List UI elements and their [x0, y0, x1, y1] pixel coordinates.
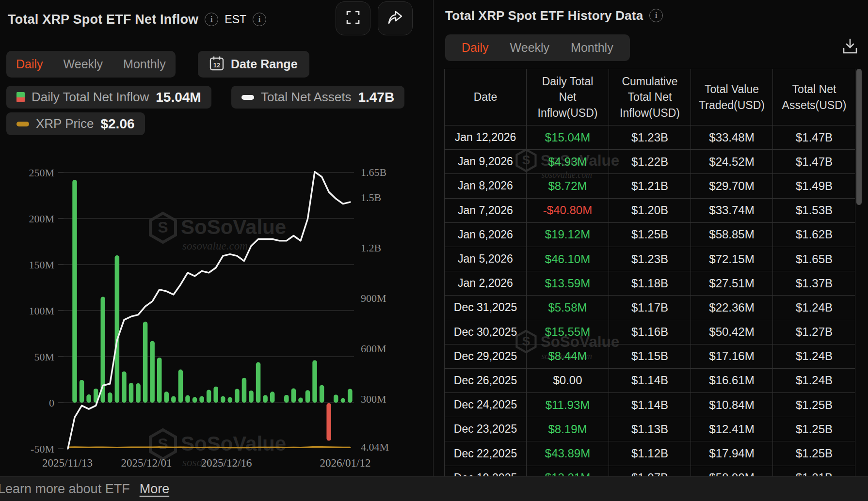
cell-value-traded: $58.85M [691, 223, 773, 247]
cell-daily-inflow: $8.72M [527, 174, 609, 198]
cell-value-traded: $72.15M [691, 247, 773, 271]
cell-daily-inflow: $46.10M [527, 247, 609, 271]
cell-cumulative-inflow: $1.15B [609, 344, 691, 369]
cell-value-traded: $12.41M [691, 417, 773, 441]
panel-divider [433, 0, 434, 476]
cell-net-assets: $1.24B [773, 296, 855, 320]
tab-chart-daily[interactable]: Daily [16, 57, 43, 71]
cell-net-assets: $1.62B [773, 223, 855, 247]
legend-daily-total-net-inflow[interactable]: Daily Total Net Inflow15.04M [6, 86, 211, 109]
cell-cumulative-inflow: $1.13B [609, 417, 691, 441]
legend-xrp-price[interactable]: XRP Price$2.06 [6, 112, 145, 135]
orange-dash-icon [16, 122, 29, 126]
legend-value: 1.47B [358, 90, 394, 105]
cell-date: Jan 7,2026 [445, 199, 527, 223]
tab-history-weekly[interactable]: Weekly [510, 41, 550, 55]
svg-text:sosovalue.com: sosovalue.com [182, 240, 248, 252]
table-row: Jan 9,2026$4.93M$1.22B$24.52M$1.47B [445, 150, 855, 174]
cell-daily-inflow: $13.21M [527, 466, 609, 476]
footer-bar: Learn more about ETF More [0, 476, 868, 501]
svg-text:S: S [158, 219, 168, 236]
cell-cumulative-inflow: $1.14B [609, 393, 691, 417]
svg-text:1.5B: 1.5B [361, 191, 381, 204]
column-header: Daily Total Net Inflow(USD) [527, 69, 609, 125]
cell-daily-inflow: $19.12M [527, 223, 609, 247]
svg-text:150M: 150M [29, 259, 54, 271]
timezone-label: EST [225, 13, 246, 26]
table-header-row: DateDaily Total Net Inflow(USD)Cumulativ… [445, 69, 855, 125]
table-row: Dec 30,2025$15.55M$1.16B$50.42M$1.27B [445, 320, 855, 344]
svg-text:2025/12/01: 2025/12/01 [121, 457, 172, 469]
history-title: Total XRP Spot ETF History Data [445, 8, 643, 23]
cell-date: Dec 23,2025 [445, 417, 527, 441]
cell-date: Jan 12,2026 [445, 125, 527, 150]
column-header: Cumulative Total Net Inflow(USD) [609, 69, 691, 125]
table-row: Jan 5,2026$46.10M$1.23B$72.15M$1.65B [445, 247, 855, 271]
share-button[interactable] [378, 1, 413, 35]
netflow-chart[interactable]: S SoSoValue sosovalue.com S SoSoValue so… [0, 160, 433, 476]
timezone-info-icon[interactable]: i [253, 13, 266, 26]
cell-daily-inflow: -$40.80M [527, 199, 609, 223]
cell-net-assets: $1.25B [773, 393, 855, 417]
svg-text:1.2B: 1.2B [361, 242, 381, 254]
info-icon[interactable]: i [205, 13, 218, 26]
cell-net-assets: $1.27B [773, 320, 855, 344]
cell-date: Jan 5,2026 [445, 247, 527, 271]
cell-daily-inflow: $43.89M [527, 441, 609, 466]
cell-date: Dec 22,2025 [445, 441, 527, 466]
cell-cumulative-inflow: $1.25B [609, 223, 691, 247]
svg-text:0: 0 [49, 397, 54, 409]
svg-text:1.65B: 1.65B [361, 166, 386, 178]
cell-cumulative-inflow: $1.23B [609, 247, 691, 271]
download-button[interactable] [838, 36, 862, 59]
cell-cumulative-inflow: $1.07B [609, 466, 691, 476]
cell-value-traded: $17.16M [691, 344, 773, 369]
cell-date: Jan 9,2026 [445, 150, 527, 174]
history-info-icon[interactable]: i [649, 9, 663, 22]
table-row: Jan 12,2026$15.04M$1.23B$33.48M$1.47B [445, 125, 855, 150]
cell-value-traded: $27.51M [691, 271, 773, 296]
cell-date: Dec 29,2025 [445, 344, 527, 369]
cell-daily-inflow: $0.00 [527, 369, 609, 393]
cell-cumulative-inflow: $1.23B [609, 125, 691, 150]
more-link[interactable]: More [140, 482, 170, 497]
svg-text:900M: 900M [361, 292, 386, 304]
cell-daily-inflow: $11.93M [527, 393, 609, 417]
date-range-label: Date Range [231, 57, 298, 71]
column-header: Total Net Assets(USD) [773, 69, 855, 125]
tab-history-monthly[interactable]: Monthly [571, 41, 613, 55]
share-icon [387, 10, 403, 27]
svg-text:-50M: -50M [31, 443, 54, 455]
history-period-tabs: DailyWeeklyMonthly [445, 34, 630, 61]
chart-title-row: Total XRP Spot ETF Net Inflow i EST i [8, 9, 266, 30]
cell-daily-inflow: $15.55M [527, 320, 609, 344]
fullscreen-icon [346, 10, 360, 27]
table-row: Jan 6,2026$19.12M$1.25B$58.85M$1.62B [445, 223, 855, 247]
learn-more-text: Learn more about ETF [0, 482, 130, 497]
tab-chart-weekly[interactable]: Weekly [64, 57, 103, 71]
table-row: Dec 23,2025$8.19M$1.13B$12.41M$1.25B [445, 417, 855, 441]
cell-net-assets: $1.49B [773, 174, 855, 198]
table-row: Dec 24,2025$11.93M$1.14B$10.84M$1.25B [445, 393, 855, 417]
legend-total-net-assets[interactable]: Total Net Assets1.47B [231, 86, 404, 109]
cell-cumulative-inflow: $1.18B [609, 271, 691, 296]
date-range-button[interactable]: 12 Date Range [198, 51, 309, 78]
table-row: Dec 22,2025$43.89M$1.12B$17.94M$1.25B [445, 441, 855, 466]
fullscreen-button[interactable] [336, 1, 370, 35]
table-row: Dec 26,2025$0.00$1.14B$16.61M$1.24B [445, 369, 855, 393]
cell-value-traded: $22.36M [691, 296, 773, 320]
cell-net-assets: $1.21B [773, 466, 855, 476]
tab-history-daily[interactable]: Daily [462, 41, 489, 55]
green-red-bar-icon [16, 92, 25, 102]
cell-net-assets: $1.47B [773, 150, 855, 174]
cell-net-assets: $1.65B [773, 247, 855, 271]
table-scrollbar-thumb[interactable] [856, 69, 862, 205]
tab-chart-monthly[interactable]: Monthly [123, 57, 166, 71]
svg-text:2025/11/13: 2025/11/13 [42, 457, 93, 469]
svg-text:SoSoValue: SoSoValue [181, 216, 286, 238]
cell-date: Dec 31,2025 [445, 296, 527, 320]
svg-text:12: 12 [213, 62, 220, 69]
svg-text:100M: 100M [29, 305, 54, 317]
svg-text:250M: 250M [29, 167, 54, 179]
cell-date: Dec 26,2025 [445, 369, 527, 393]
